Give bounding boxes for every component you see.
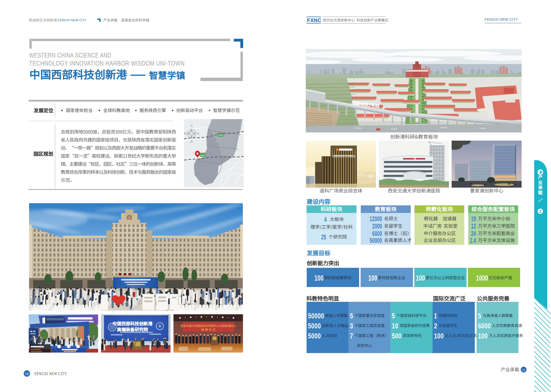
svg-text:G30: G30 — [218, 133, 223, 136]
svg-text:G30: G30 — [200, 154, 205, 157]
svg-text:2: 2 — [539, 209, 541, 214]
